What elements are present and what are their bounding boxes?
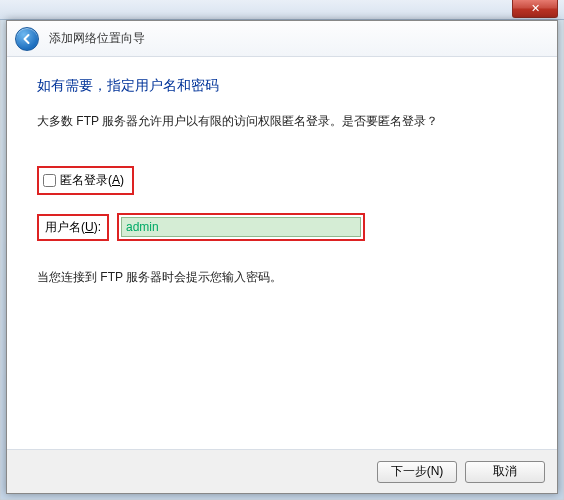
wizard-title: 添加网络位置向导 — [49, 30, 145, 47]
page-description: 大多数 FTP 服务器允许用户以有限的访问权限匿名登录。是否要匿名登录？ — [37, 113, 527, 130]
page-heading: 如有需要，指定用户名和密码 — [37, 77, 527, 95]
cancel-button[interactable]: 取消 — [465, 461, 545, 483]
next-button[interactable]: 下一步(N) — [377, 461, 457, 483]
anonymous-login-row: 匿名登录(A) — [37, 166, 134, 195]
username-label: 用户名(U): — [37, 214, 109, 241]
anonymous-login-label[interactable]: 匿名登录(A) — [60, 172, 124, 189]
username-input[interactable] — [121, 217, 361, 237]
username-input-highlight — [117, 213, 365, 241]
username-row: 用户名(U): — [37, 213, 527, 241]
anonymous-login-checkbox[interactable] — [43, 174, 56, 187]
wizard-header: 添加网络位置向导 — [7, 21, 557, 57]
wizard-body: 如有需要，指定用户名和密码 大多数 FTP 服务器允许用户以有限的访问权限匿名登… — [7, 57, 557, 449]
wizard-window: 添加网络位置向导 如有需要，指定用户名和密码 大多数 FTP 服务器允许用户以有… — [6, 20, 558, 494]
close-button[interactable]: ✕ — [512, 0, 558, 18]
back-arrow-icon — [21, 33, 33, 45]
password-note: 当您连接到 FTP 服务器时会提示您输入密码。 — [37, 269, 527, 286]
window-titlebar: ✕ — [0, 0, 564, 20]
back-button[interactable] — [15, 27, 39, 51]
wizard-footer: 下一步(N) 取消 — [7, 449, 557, 493]
